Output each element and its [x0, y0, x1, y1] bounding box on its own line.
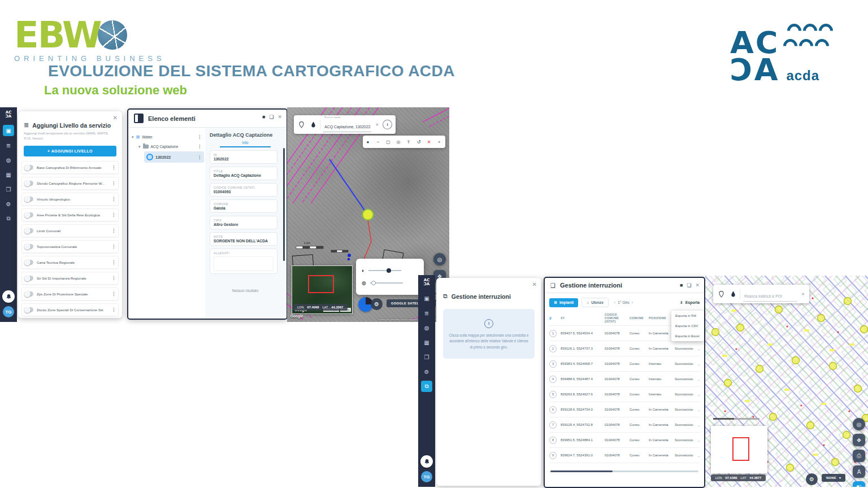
- add-layer-button[interactable]: + AGGIUNGI LIVELLO: [24, 146, 116, 156]
- row-expand-icon[interactable]: ⌄: [697, 408, 702, 412]
- text-tool-icon[interactable]: T: [403, 140, 414, 145]
- kebab-menu-icon[interactable]: ⋮: [111, 212, 116, 217]
- clear-search-icon[interactable]: ✕: [800, 292, 806, 297]
- address-search-input[interactable]: Ricerca indirizzi e POI: [743, 286, 797, 302]
- scrollbar[interactable]: [283, 148, 285, 261]
- layer-list-item[interactable]: Sir Siti Di Importanza Regionale⋮: [21, 272, 119, 285]
- row-expand-icon[interactable]: ⌄: [697, 438, 702, 442]
- kebab-menu-icon[interactable]: ⋮: [197, 134, 202, 140]
- tree-node-feature-selected[interactable]: 1302022 ⋮: [144, 151, 204, 163]
- close-icon[interactable]: ✕: [277, 114, 282, 120]
- export-pdf-item[interactable]: Esporta in Pdf: [671, 311, 704, 321]
- horizontal-scrollbar[interactable]: [550, 470, 698, 472]
- table-row[interactable]: 2839126.1, 5524737.301004078CuneoIn Came…: [549, 341, 700, 356]
- undo-icon[interactable]: ↺: [414, 140, 424, 145]
- snap-icon[interactable]: ◎: [393, 140, 403, 145]
- draw-polygon-icon[interactable]: ▢: [383, 140, 393, 145]
- layer-list-item[interactable]: Toponomastica Comunale⋮: [21, 240, 119, 253]
- layer-list-item[interactable]: Zscsic Zone Speciali Di Conservazione Si…: [21, 303, 119, 316]
- sidebar-item-map-extent[interactable]: ▣: [3, 125, 14, 136]
- export-excel-item[interactable]: Esporta in Excel: [671, 331, 704, 341]
- row-expand-icon[interactable]: ⌄: [697, 362, 702, 366]
- map-compare-button[interactable]: ◧: [853, 481, 865, 487]
- table-row[interactable]: 9839624.7, 5524391.001004078CuneoIn Came…: [549, 448, 700, 463]
- layer-toggle[interactable]: [24, 244, 33, 249]
- table-row[interactable]: 8839951.5, 5524884.101004078CuneoIn Came…: [549, 433, 700, 448]
- layer-list-item[interactable]: Vincolo Idrogeologico⋮: [21, 193, 119, 206]
- layer-list-item[interactable]: Aree Protette E Siti Della Rete Ecologic…: [21, 208, 119, 221]
- map-settings-gear[interactable]: ⚙: [806, 473, 818, 485]
- table-row[interactable]: 6839128.6, 5524734.001004078CuneoIn Came…: [549, 402, 700, 417]
- sidebar-item-interruptions[interactable]: ⧉: [421, 381, 432, 392]
- sidebar-item-basemap[interactable]: ◍: [421, 322, 432, 333]
- tab-info[interactable]: Info: [220, 138, 271, 147]
- layer-list-item[interactable]: Sfondo Cartografico Regione Piemonte W..…: [21, 177, 119, 190]
- map-settings-gear[interactable]: ⚙: [371, 298, 383, 310]
- north-arrow-button[interactable]: A: [853, 465, 865, 478]
- kebab-menu-icon[interactable]: ⋮: [111, 244, 116, 249]
- kebab-menu-icon[interactable]: ⋮: [111, 307, 116, 312]
- kebab-menu-icon[interactable]: ⋮: [111, 228, 116, 233]
- sidebar-item-legend[interactable]: ❐: [3, 184, 14, 195]
- basemap-switch-button[interactable]: ❖: [853, 434, 865, 446]
- maximize-icon[interactable]: ■: [262, 114, 265, 120]
- sidebar-item-tools[interactable]: ⚙: [3, 198, 14, 210]
- dock-icon[interactable]: ❏: [687, 282, 691, 288]
- chevron-left-icon[interactable]: ‹: [614, 300, 615, 304]
- clear-search-icon[interactable]: ✕: [374, 123, 380, 127]
- sidebar-item-table[interactable]: ▦: [3, 169, 14, 180]
- user-avatar[interactable]: TG: [421, 471, 432, 482]
- layer-toggle[interactable]: [24, 276, 33, 281]
- draw-point-icon[interactable]: ●: [363, 140, 373, 145]
- layer-toggle[interactable]: [24, 197, 33, 202]
- tree-node-folder[interactable]: ▾ ACQ Captazione ⋮: [129, 142, 204, 151]
- export-csv-item[interactable]: Esporta in CSV: [671, 321, 704, 331]
- locate-me-button[interactable]: ◎: [853, 418, 865, 430]
- tab-utenze[interactable]: ⌂ Utenze: [581, 298, 609, 307]
- sidebar-item-basemap[interactable]: ◍: [3, 154, 14, 165]
- close-icon[interactable]: ✕: [113, 115, 118, 121]
- row-expand-icon[interactable]: ⌄: [697, 454, 702, 457]
- tab-impianti[interactable]: ⚙ Impianti: [549, 298, 578, 307]
- maximize-icon[interactable]: ■: [680, 282, 683, 288]
- water-drop-icon[interactable]: [309, 120, 321, 130]
- chevron-right-icon[interactable]: ›: [632, 300, 633, 304]
- sidebar-item-legend[interactable]: ❐: [421, 351, 432, 363]
- location-pin-icon[interactable]: [717, 289, 726, 299]
- caret-down-icon[interactable]: ▾: [132, 135, 134, 140]
- water-drop-icon[interactable]: [728, 289, 740, 299]
- layer-toggle[interactable]: [24, 165, 33, 170]
- map-search-bar[interactable]: Ricerca indirizzi e POI ✕: [713, 285, 809, 303]
- layer-toggle[interactable]: [24, 260, 33, 265]
- layer-list-item[interactable]: Base Cartografica Di Riferimento Annuale…: [21, 161, 119, 174]
- kebab-menu-icon[interactable]: ⋮: [111, 165, 116, 170]
- map-search-bar[interactable]: Ricerca rapida ACQ Captazione, 1302022 ✕…: [294, 115, 396, 134]
- notifications-button[interactable]: [420, 455, 433, 468]
- row-expand-icon[interactable]: ⌄: [697, 423, 702, 427]
- row-expand-icon[interactable]: ⌄: [697, 377, 702, 381]
- move-icon[interactable]: +: [434, 140, 444, 145]
- layer-toggle[interactable]: [24, 291, 33, 297]
- close-icon[interactable]: ✕: [695, 282, 700, 288]
- row-expand-icon[interactable]: ⌄: [697, 347, 702, 351]
- table-row[interactable]: 5839293.8, 5524627.601004078CuneoInterra…: [549, 387, 700, 402]
- sidebar-item-map-extent[interactable]: ▣: [421, 293, 432, 304]
- layer-toggle[interactable]: [24, 228, 33, 233]
- export-button[interactable]: ⇩ Esporta: [680, 300, 700, 305]
- layer-list-item[interactable]: Carta Tecnica Regionale⋮: [21, 256, 119, 269]
- layer-toggle[interactable]: [24, 307, 33, 312]
- kebab-menu-icon[interactable]: ⋮: [197, 144, 202, 149]
- layer-list-item[interactable]: Limiti Comunali⋮: [21, 224, 119, 237]
- notifications-button[interactable]: [2, 290, 15, 303]
- map-cadastral[interactable]: Ricerca indirizzi e POI ✕ ◎ ❖ ⎙ A ◧ LON0…: [705, 276, 868, 487]
- print-button[interactable]: ⎙: [853, 450, 865, 462]
- profile-selector-button[interactable]: NONE▾: [822, 474, 845, 482]
- table-row[interactable]: 7839125.4, 5524732.801004078CuneoIn Came…: [549, 417, 700, 433]
- minimap-extent-rect[interactable]: [308, 275, 334, 293]
- dock-icon[interactable]: ❏: [269, 114, 274, 120]
- delete-icon[interactable]: ✕: [424, 140, 434, 145]
- layer-toggle[interactable]: [24, 212, 33, 217]
- kebab-menu-icon[interactable]: ⋮: [111, 276, 116, 281]
- kebab-menu-icon[interactable]: ⋮: [111, 260, 116, 265]
- row-expand-icon[interactable]: ⌄: [697, 393, 702, 396]
